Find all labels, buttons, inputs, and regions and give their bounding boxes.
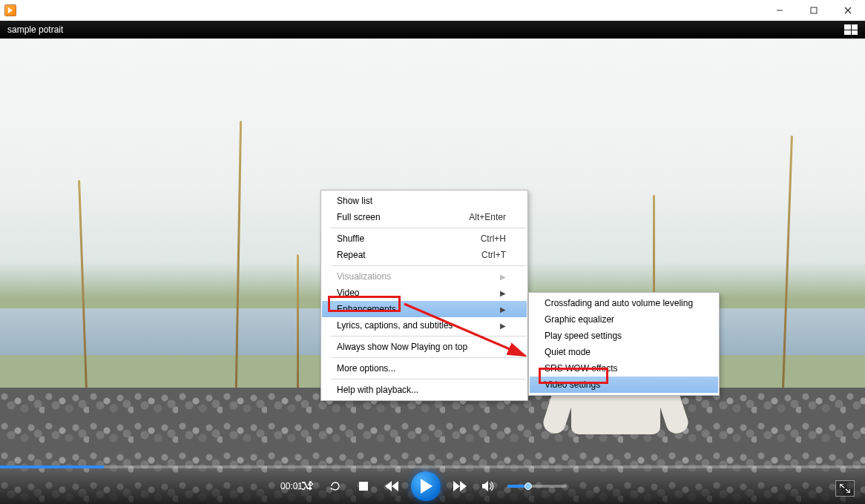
menu-full-screen[interactable]: Full screenAlt+Enter bbox=[322, 209, 527, 225]
minimize-button[interactable] bbox=[763, 0, 797, 21]
play-button[interactable] bbox=[411, 471, 441, 501]
menu-show-list[interactable]: Show list bbox=[322, 193, 527, 209]
now-playing-bar: sample potrait bbox=[0, 21, 865, 39]
submenu-arrow-icon: ▶ bbox=[500, 273, 506, 281]
submenu-arrow-icon: ▶ bbox=[500, 289, 506, 297]
transport-controls: 00:01 bbox=[0, 468, 865, 504]
app-icon bbox=[4, 4, 16, 16]
menu-always-on-top[interactable]: Always show Now Playing on top bbox=[322, 339, 527, 355]
menu-separator bbox=[331, 336, 526, 336]
menu-lyrics-captions-subtitles[interactable]: Lyrics, captions, and subtitles▶ bbox=[322, 317, 527, 334]
submenu-graphic-equalizer[interactable]: Graphic equalizer bbox=[530, 311, 718, 328]
volume-thumb[interactable] bbox=[524, 483, 532, 490]
submenu-srs-wow[interactable]: SRS WOW effects bbox=[530, 360, 718, 377]
submenu-arrow-icon: ▶ bbox=[500, 305, 506, 314]
submenu-play-speed[interactable]: Play speed settings bbox=[530, 328, 718, 344]
submenu-quiet-mode[interactable]: Quiet mode bbox=[530, 344, 718, 360]
time-elapsed: 00:01 bbox=[280, 481, 303, 491]
window-titlebar bbox=[0, 0, 865, 21]
menu-more-options[interactable]: More options... bbox=[322, 360, 527, 377]
context-menu-enhancements: Crossfading and auto volume leveling Gra… bbox=[528, 292, 720, 396]
previous-button[interactable] bbox=[383, 477, 401, 495]
volume-slider[interactable] bbox=[507, 485, 567, 488]
now-playing-title: sample potrait bbox=[7, 24, 63, 35]
switch-to-library-button[interactable] bbox=[844, 24, 858, 35]
window-controls bbox=[763, 0, 865, 21]
submenu-arrow-icon: ▶ bbox=[500, 322, 506, 330]
menu-separator bbox=[331, 357, 526, 358]
menu-shuffle[interactable]: ShuffleCtrl+H bbox=[322, 231, 527, 247]
stop-button[interactable] bbox=[355, 477, 372, 495]
next-button[interactable] bbox=[451, 477, 469, 495]
menu-repeat[interactable]: RepeatCtrl+T bbox=[322, 247, 527, 263]
menu-video[interactable]: Video▶ bbox=[322, 285, 527, 301]
close-button[interactable] bbox=[831, 0, 865, 21]
menu-visualizations: Visualizations▶ bbox=[322, 268, 527, 285]
maximize-button[interactable] bbox=[797, 0, 831, 21]
menu-help-playback[interactable]: Help with playback... bbox=[322, 382, 527, 398]
svg-rect-1 bbox=[811, 7, 817, 13]
menu-separator bbox=[331, 228, 526, 228]
submenu-video-settings[interactable]: Video settings bbox=[530, 377, 718, 393]
context-menu-main: Show list Full screenAlt+Enter ShuffleCt… bbox=[320, 190, 528, 401]
repeat-button[interactable] bbox=[326, 477, 344, 495]
submenu-crossfading[interactable]: Crossfading and auto volume leveling bbox=[530, 295, 718, 311]
menu-separator bbox=[331, 379, 526, 379]
menu-separator bbox=[331, 265, 526, 266]
mute-button[interactable] bbox=[479, 477, 497, 495]
video-viewport[interactable]: Show list Full screenAlt+Enter ShuffleCt… bbox=[0, 39, 865, 504]
fullscreen-button[interactable] bbox=[835, 480, 855, 497]
menu-enhancements[interactable]: Enhancements▶ bbox=[322, 301, 527, 317]
svg-rect-5 bbox=[359, 482, 368, 491]
